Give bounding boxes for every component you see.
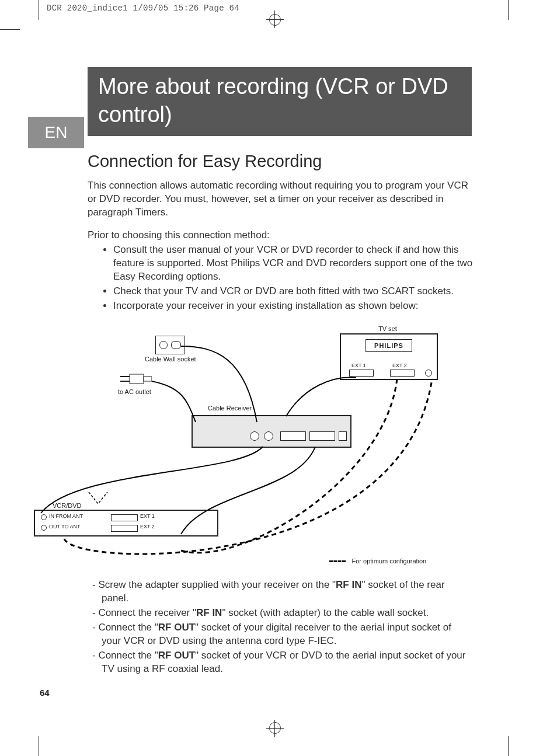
diagram-label-optimum: For optimum configuration <box>351 558 426 565</box>
registration-mark-icon <box>266 728 284 729</box>
steps-list: - Screw the adapter supplied with your r… <box>88 579 473 676</box>
page-title: More about recording (VCR or DVD control… <box>88 67 472 136</box>
list-item: - Screw the adapter supplied with your r… <box>88 579 473 605</box>
list-item: - Connect the receiver "RF IN" socket (w… <box>88 607 473 620</box>
crop-mark <box>508 0 509 20</box>
section-heading: Connection for Easy Recording <box>88 152 473 171</box>
intro-paragraph-2: Prior to choosing this connection method… <box>88 229 473 242</box>
crop-mark <box>0 29 20 30</box>
language-tab: EN <box>28 117 84 148</box>
list-item: Consult the user manual of your VCR or D… <box>113 243 473 284</box>
diagram-cables <box>29 323 473 568</box>
crop-mark <box>39 736 39 756</box>
diagram-legend: For optimum configuration <box>329 555 426 566</box>
list-item: Check that your TV and VCR or DVD are bo… <box>113 285 473 298</box>
list-item: - Connect the "RF OUT" socket of your VC… <box>88 649 473 676</box>
crop-mark <box>508 736 509 756</box>
page-content: Connection for Easy Recording This conne… <box>88 152 473 677</box>
list-item: - Connect the "RF OUT" socket of your di… <box>88 621 473 648</box>
intro-bullet-list: Consult the user manual of your VCR or D… <box>88 243 473 313</box>
registration-mark-icon <box>269 14 281 26</box>
legend-dash-icon <box>329 560 346 562</box>
connection-diagram: TV set PHILIPS EXT 1 EXT 2 Cable Wall so… <box>88 323 473 568</box>
print-slugline: DCR 2020_indice1 1/09/05 15:26 Page 64 <box>47 4 239 13</box>
registration-mark-icon <box>266 19 284 20</box>
list-item: Incorporate your receiver in your existi… <box>113 299 473 313</box>
registration-mark-icon <box>274 720 275 737</box>
crop-mark <box>39 0 39 20</box>
intro-paragraph: This connection allows automatic recordi… <box>88 179 473 220</box>
page-number: 64 <box>40 688 50 698</box>
